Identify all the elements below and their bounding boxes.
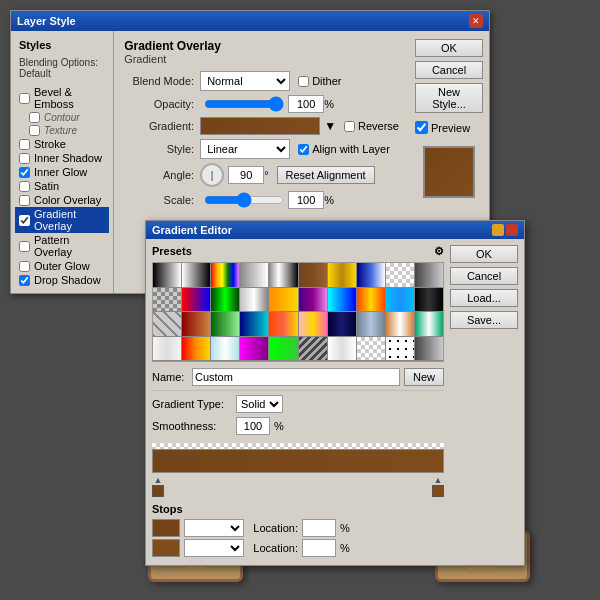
gradient-overlay-checkbox[interactable] [19,215,30,226]
preset-cell[interactable] [211,263,239,287]
sidebar-item-bevel-emboss[interactable]: Bevel & Emboss [15,85,109,111]
ok-button[interactable]: OK [415,39,483,57]
style-select[interactable]: Linear [200,139,290,159]
presets-settings-icon[interactable]: ⚙ [434,245,444,258]
color-overlay-checkbox[interactable] [19,195,30,206]
preset-cell[interactable] [357,337,385,361]
angle-dial[interactable] [200,163,224,187]
right-stop-indicator[interactable]: ▲ [432,475,444,497]
preset-cell[interactable] [357,263,385,287]
dither-checkbox[interactable] [298,76,309,87]
preset-cell[interactable] [357,312,385,336]
preset-cell[interactable] [269,263,297,287]
stop2-color-swatch[interactable] [152,539,180,557]
preset-cell[interactable] [240,288,268,312]
stroke-checkbox[interactable] [19,139,30,150]
new-style-button[interactable]: New Style... [415,83,483,113]
blend-mode-select[interactable]: Normal [200,71,290,91]
preset-cell[interactable] [211,288,239,312]
inner-shadow-checkbox[interactable] [19,153,30,164]
sidebar-item-drop-shadow[interactable]: Drop Shadow [15,273,109,287]
stop1-select[interactable] [184,519,244,537]
smoothness-input[interactable] [236,417,270,435]
sidebar-item-inner-glow[interactable]: Inner Glow [15,165,109,179]
preset-cell[interactable] [299,288,327,312]
preset-cell[interactable] [240,337,268,361]
scale-input[interactable] [288,191,324,209]
right-stop-color[interactable] [432,485,444,497]
gradient-preview[interactable] [200,117,320,135]
stop1-color-swatch[interactable] [152,519,180,537]
preset-cell[interactable] [269,288,297,312]
opacity-slider[interactable] [204,96,284,112]
preset-cell[interactable] [269,337,297,361]
gradient-ok-button[interactable]: OK [450,245,518,263]
presets-grid[interactable] [152,262,444,362]
preset-cell[interactable] [415,263,443,287]
preset-cell[interactable] [182,288,210,312]
align-layer-check[interactable]: Align with Layer [298,143,390,155]
stop2-select[interactable] [184,539,244,557]
preset-cell[interactable] [240,263,268,287]
preset-cell[interactable] [299,263,327,287]
preset-cell[interactable] [299,312,327,336]
stop2-location-input[interactable] [302,539,336,557]
texture-checkbox[interactable] [29,125,40,136]
opacity-input[interactable] [288,95,324,113]
inner-glow-checkbox[interactable] [19,167,30,178]
preset-cell[interactable] [153,312,181,336]
sidebar-item-outer-glow[interactable]: Outer Glow [15,259,109,273]
sidebar-item-texture[interactable]: Texture [15,124,109,137]
satin-checkbox[interactable] [19,181,30,192]
preset-cell[interactable] [240,312,268,336]
preset-cell[interactable] [211,312,239,336]
angle-input[interactable] [228,166,264,184]
pattern-overlay-checkbox[interactable] [19,241,30,252]
sidebar-item-color-overlay[interactable]: Color Overlay [15,193,109,207]
preset-cell[interactable] [357,288,385,312]
layer-style-close-button[interactable]: ✕ [469,14,483,28]
preset-cell[interactable] [386,263,414,287]
gradient-dropdown-arrow[interactable]: ▼ [324,119,336,133]
outer-glow-checkbox[interactable] [19,261,30,272]
dither-check[interactable]: Dither [298,75,341,87]
preset-cell[interactable] [328,288,356,312]
reverse-check[interactable]: Reverse [344,120,399,132]
preset-cell[interactable] [328,263,356,287]
preset-cell[interactable] [386,337,414,361]
gradient-editor-close-button[interactable] [506,224,518,236]
preset-cell[interactable] [386,312,414,336]
new-gradient-button[interactable]: New [404,368,444,386]
gradient-bar[interactable] [152,449,444,473]
preset-cell[interactable] [415,312,443,336]
preset-cell[interactable] [415,288,443,312]
preset-cell[interactable] [386,288,414,312]
sidebar-item-inner-shadow[interactable]: Inner Shadow [15,151,109,165]
preset-cell[interactable] [153,288,181,312]
sidebar-item-satin[interactable]: Satin [15,179,109,193]
preset-cell[interactable] [182,263,210,287]
preset-cell[interactable] [299,337,327,361]
gradient-editor-minimize-button[interactable] [492,224,504,236]
reset-alignment-button[interactable]: Reset Alignment [277,166,375,184]
gradient-cancel-button[interactable]: Cancel [450,267,518,285]
align-layer-checkbox[interactable] [298,144,309,155]
sidebar-item-pattern-overlay[interactable]: Pattern Overlay [15,233,109,259]
stop1-location-input[interactable] [302,519,336,537]
preset-cell[interactable] [415,337,443,361]
left-stop-indicator[interactable]: ▲ [152,475,164,497]
cancel-button[interactable]: Cancel [415,61,483,79]
contour-checkbox[interactable] [29,112,40,123]
gradient-type-select[interactable]: Solid [236,395,283,413]
preset-cell[interactable] [182,337,210,361]
preset-cell[interactable] [182,312,210,336]
preset-cell[interactable] [153,337,181,361]
preset-cell[interactable] [328,312,356,336]
scale-slider[interactable] [204,192,284,208]
gradient-save-button[interactable]: Save... [450,311,518,329]
preset-cell[interactable] [211,337,239,361]
preview-check[interactable]: Preview [415,121,483,134]
preset-cell[interactable] [153,263,181,287]
preset-cell[interactable] [269,312,297,336]
name-input[interactable] [192,368,400,386]
